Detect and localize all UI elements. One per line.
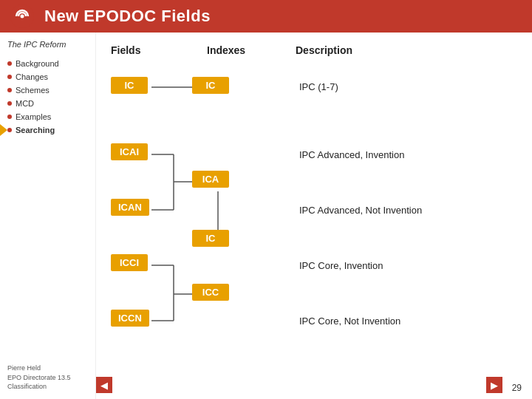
bullet-icon	[7, 88, 12, 92]
footer: Pierre Held EPO Directorate 13.5 Classif…	[7, 364, 71, 392]
sidebar-item-background[interactable]: Background	[7, 59, 95, 68]
box-icc-index: ICC	[192, 284, 229, 301]
col-header-description: Description	[296, 44, 517, 56]
active-arrow-icon	[0, 124, 7, 136]
footer-line3: Classification	[7, 382, 71, 392]
sidebar-item-examples[interactable]: Examples	[7, 112, 95, 121]
column-headers: Fields Indexes Description	[111, 44, 517, 56]
header: New EPODOC Fields	[0, 0, 532, 33]
footer-line2: EPO Directorate 13.5	[7, 373, 71, 383]
sidebar-item-schemes[interactable]: Schemes	[7, 86, 95, 95]
connector-lines	[111, 64, 517, 330]
box-ica-index: ICA	[192, 171, 229, 188]
bullet-icon	[7, 115, 12, 119]
box-icai-field: ICAI	[111, 143, 148, 160]
sidebar-item-searching[interactable]: Searching	[7, 126, 95, 134]
diagram-area: IC ICAI ICAN ICCI ICCN IC ICA IC ICC IPC…	[111, 64, 517, 330]
nav-next-button[interactable]: ▶	[486, 377, 502, 393]
page-title: New EPODOC Fields	[44, 7, 211, 26]
sidebar: The IPC Reform Background Changes Scheme…	[0, 33, 96, 399]
main-layout: The IPC Reform Background Changes Scheme…	[0, 33, 532, 399]
page-number: 29	[512, 383, 522, 393]
desc-ipc-adv-not-inv: IPC Advanced, Not Invention	[299, 205, 422, 216]
epo-logo	[9, 3, 35, 30]
col-header-indexes: Indexes	[207, 44, 296, 56]
sidebar-subtitle: The IPC Reform	[7, 40, 95, 49]
box-ican-field: ICAN	[111, 199, 149, 216]
box-iccn-field: ICCN	[111, 310, 149, 327]
col-header-fields: Fields	[111, 44, 207, 56]
desc-ipc-core-inv: IPC Core, Invention	[299, 260, 383, 271]
svg-point-1	[21, 15, 24, 18]
bullet-icon	[7, 75, 12, 79]
bullet-icon	[7, 128, 12, 132]
desc-ipc-core-not-inv: IPC Core, Not Invention	[299, 316, 400, 327]
sidebar-item-changes[interactable]: Changes	[7, 72, 95, 81]
bullet-icon	[7, 61, 12, 66]
bullet-icon	[7, 101, 12, 106]
sidebar-item-mcd[interactable]: MCD	[7, 99, 95, 108]
nav-prev-button[interactable]: ◀	[96, 377, 112, 393]
footer-line1: Pierre Held	[7, 364, 71, 373]
content-area: Fields Indexes Description	[96, 33, 532, 399]
box-ic-index-2: IC	[192, 230, 229, 247]
box-ic-index-1: IC	[192, 77, 229, 94]
box-icci-field: ICCI	[111, 254, 148, 271]
desc-ipc-adv-inv: IPC Advanced, Invention	[299, 149, 404, 160]
desc-ipc-1-7: IPC (1-7)	[299, 81, 338, 92]
box-ic-field: IC	[111, 77, 148, 94]
